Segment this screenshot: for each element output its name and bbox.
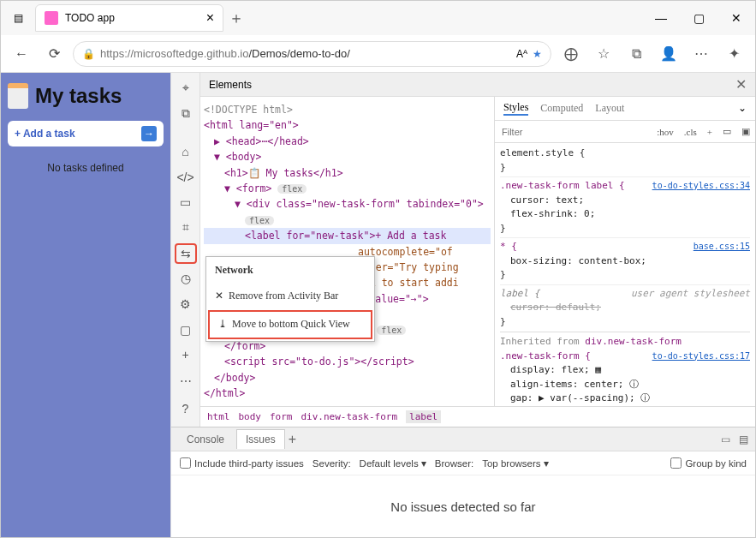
activity-bar: ⌖ ⧉ ⌂ </> ▭ ⌗ ⇆ ◷ ⚙ ▢ + ⋯ ? xyxy=(171,73,200,427)
browser-toolbar: ← ⟳ 🔒 https://microsoftedge.github.io/De… xyxy=(1,35,755,73)
refresh-button[interactable]: ⟳ xyxy=(40,40,68,68)
performance-icon[interactable]: ◷ xyxy=(175,269,197,290)
new-tab-button[interactable]: ＋ xyxy=(223,8,249,28)
third-party-checkbox[interactable]: Include third-party issues xyxy=(180,457,304,469)
styles-tabs: Styles Computed Layout ⌄ xyxy=(495,97,755,121)
help-icon[interactable]: ? xyxy=(175,398,197,420)
sources-icon[interactable]: ⌗ xyxy=(175,218,197,238)
copilot-icon[interactable]: ✦ xyxy=(719,40,748,68)
title-bar: ▤ TODO app × ＋ — ▢ ✕ xyxy=(1,1,755,35)
tab-layout[interactable]: Layout xyxy=(595,102,624,115)
favicon-icon xyxy=(45,11,58,25)
collections-icon[interactable]: ⧉ xyxy=(622,40,651,68)
styles-filter-input[interactable] xyxy=(495,127,652,137)
severity-dropdown[interactable]: Default levels ▾ xyxy=(360,457,426,469)
maximize-button[interactable]: ▢ xyxy=(680,1,717,35)
elements-header: Elements ✕ xyxy=(200,73,755,97)
inspect-icon[interactable]: ⌖ xyxy=(175,78,197,99)
devtools-panel: ⌖ ⧉ ⌂ </> ▭ ⌗ ⇆ ◷ ⚙ ▢ + ⋯ ? Elements xyxy=(170,73,755,537)
add-task-button[interactable]: + Add a task → xyxy=(8,121,164,146)
url-text: https://microsoftedge.github.io/Demos/de… xyxy=(100,47,511,60)
issues-body: No issues detected so far xyxy=(171,475,755,537)
computed-toggle-icon[interactable]: ▣ xyxy=(736,126,755,137)
address-bar[interactable]: 🔒 https://microsoftedge.github.io/Demos/… xyxy=(73,41,551,67)
add-task-label: + Add a task xyxy=(15,128,75,140)
dom-tree[interactable]: <!DOCTYPE html> <html lang="en"> ▶ <head… xyxy=(200,97,494,406)
elements-title: Elements xyxy=(209,79,252,91)
drawer: Console Issues + ▭ ▤ Include third-party… xyxy=(171,427,755,537)
rule-link[interactable]: to-do-styles.css:17 xyxy=(652,350,750,362)
page-title: My tasks xyxy=(8,83,164,109)
no-tasks-text: No tasks defined xyxy=(8,162,164,174)
favorite-icon[interactable]: ★ xyxy=(533,48,542,60)
styles-pane: Styles Computed Layout ⌄ :hov .cls + ▭ ▣ xyxy=(494,97,755,406)
context-menu-title: Network xyxy=(206,257,374,284)
memory-icon[interactable]: ⚙ xyxy=(175,294,197,314)
remove-from-activity-bar[interactable]: ✕Remove from Activity Bar xyxy=(206,284,374,308)
application-icon[interactable]: ▢ xyxy=(175,320,197,340)
group-by-kind-checkbox[interactable]: Group by kind xyxy=(670,457,747,469)
favorites-icon[interactable]: ☆ xyxy=(589,40,618,68)
browser-tab[interactable]: TODO app × xyxy=(35,4,223,32)
tab-styles[interactable]: Styles xyxy=(503,101,528,116)
more-tools-icon[interactable]: ⋯ xyxy=(175,370,197,392)
elements-icon[interactable]: </> xyxy=(175,167,197,188)
more-icon[interactable]: ⋯ xyxy=(687,40,716,68)
webpage-panel: My tasks + Add a task → No tasks defined xyxy=(1,73,170,537)
drawer-dock-icon[interactable]: ▭ xyxy=(721,433,730,445)
network-icon[interactable]: ⇆ xyxy=(175,243,197,264)
profile-icon[interactable]: 👤 xyxy=(654,40,683,68)
back-button[interactable]: ← xyxy=(8,40,35,68)
drawer-add-tab[interactable]: + xyxy=(289,432,296,447)
submit-arrow-icon[interactable]: → xyxy=(141,126,157,141)
drawer-tab-issues[interactable]: Issues xyxy=(236,429,285,449)
rule-link[interactable]: base.css:15 xyxy=(693,240,750,253)
cls-button[interactable]: .cls xyxy=(679,127,702,137)
clipboard-icon xyxy=(8,83,28,109)
styles-body[interactable]: element.style { } to-do-styles.css:34.ne… xyxy=(495,143,755,406)
device-icon-styles[interactable]: ▭ xyxy=(717,126,736,137)
add-tool-icon[interactable]: + xyxy=(175,344,197,365)
extensions-icon[interactable]: ⨁ xyxy=(557,40,586,68)
close-devtools-icon[interactable]: ✕ xyxy=(735,76,747,93)
rule-link[interactable]: to-do-styles.css:34 xyxy=(652,179,750,192)
tab-computed[interactable]: Computed xyxy=(540,102,583,115)
welcome-icon[interactable]: ⌂ xyxy=(175,141,197,162)
browser-dropdown[interactable]: Top browsers ▾ xyxy=(482,457,549,469)
breadcrumb[interactable]: html body form div.new-task-form label xyxy=(200,406,755,427)
new-rule-button[interactable]: + xyxy=(702,127,717,137)
read-aloud-icon[interactable]: Aᴬ xyxy=(516,48,527,60)
lock-icon: 🔒 xyxy=(82,48,95,60)
tabs-menu-icon[interactable]: ▤ xyxy=(1,12,35,24)
drawer-tab-console[interactable]: Console xyxy=(178,430,233,449)
tab-title: TODO app xyxy=(65,12,115,24)
minimize-button[interactable]: — xyxy=(642,1,680,35)
close-window-button[interactable]: ✕ xyxy=(717,1,755,35)
hov-button[interactable]: :hov xyxy=(652,127,679,137)
chevron-down-icon[interactable]: ⌄ xyxy=(738,102,747,115)
drawer-collapse-icon[interactable]: ▤ xyxy=(739,433,748,445)
device-icon[interactable]: ⧉ xyxy=(175,104,197,124)
context-menu: Network ✕Remove from Activity Bar ⤓Move … xyxy=(205,256,375,342)
close-tab-icon[interactable]: × xyxy=(206,10,214,26)
console-icon[interactable]: ▭ xyxy=(175,192,197,212)
move-to-bottom-quick-view[interactable]: ⤓Move to bottom Quick View xyxy=(208,310,372,338)
